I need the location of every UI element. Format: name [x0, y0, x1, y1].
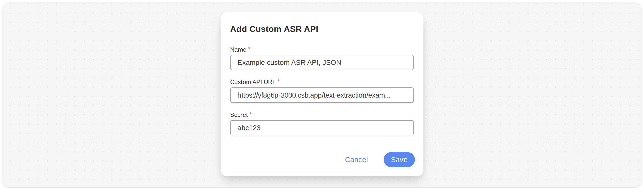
custom-api-url-field-group: Custom API URL* [230, 79, 414, 103]
required-asterisk: * [277, 78, 280, 85]
secret-input[interactable] [230, 120, 414, 135]
name-input[interactable] [230, 55, 414, 70]
secret-label-text: Secret [230, 111, 248, 118]
name-field-group: Name* [230, 46, 414, 70]
custom-api-url-label-text: Custom API URL [230, 79, 276, 85]
name-label: Name* [230, 46, 414, 53]
cancel-button[interactable]: Cancel [345, 156, 368, 164]
dialog-title: Add Custom ASR API [230, 12, 414, 34]
asr-api-form: Name* Custom API URL* Secret* [230, 46, 414, 135]
custom-api-url-label: Custom API URL* [230, 79, 414, 86]
save-button[interactable]: Save [384, 152, 415, 167]
required-asterisk: * [248, 45, 250, 52]
name-label-text: Name [230, 46, 246, 53]
secret-label: Secret* [230, 111, 414, 118]
dialog-actions: Cancel Save [345, 152, 415, 167]
custom-api-url-input[interactable] [230, 87, 414, 103]
add-custom-asr-api-dialog: Add Custom ASR API Name* Custom API URL*… [221, 12, 423, 176]
required-asterisk: * [249, 111, 252, 118]
secret-field-group: Secret* [230, 111, 414, 135]
